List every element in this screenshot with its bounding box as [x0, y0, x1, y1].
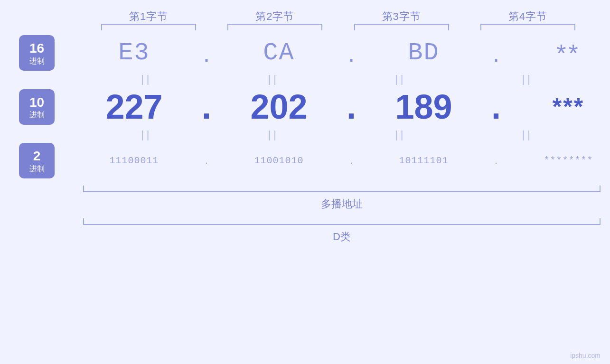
hex-badge: 16 进制: [19, 35, 55, 71]
hex-dot3: .: [489, 39, 503, 67]
dec-dot3: .: [489, 87, 503, 126]
bottom-bracket-1: [83, 186, 601, 192]
bin-b2-value: 11001010: [254, 155, 303, 166]
hex-values: E3 . CA . BD . **: [69, 39, 610, 67]
dec-b4-value: ***: [553, 93, 584, 121]
bin-b1-cell: 11100011: [69, 155, 199, 166]
bin-b4-value: ********: [544, 155, 593, 166]
hex-b2-cell: CA: [214, 39, 344, 67]
bin-b2-cell: 11001010: [214, 155, 344, 166]
dec-b2-cell: 202: [214, 87, 344, 126]
byte4-col-header: 第4字节: [465, 9, 591, 30]
byte2-label: 第2字节: [255, 10, 294, 22]
eq2-b2: ||: [210, 129, 338, 141]
hex-dot1: .: [199, 39, 214, 67]
eq2-b3: ||: [337, 129, 464, 141]
byte3-col-header: 第3字节: [338, 9, 465, 30]
dec-dot1: .: [199, 87, 214, 126]
bin-dot3: .: [489, 155, 503, 166]
dec-values: 227 . 202 . 189 . ***: [69, 87, 610, 126]
dec-badge-sub: 进制: [29, 110, 45, 119]
bin-values: 11100011 . 11001010 . 10111101 . *******…: [69, 155, 610, 166]
byte3-bracket-top: [354, 24, 449, 30]
dec-b3-value: 189: [395, 87, 452, 126]
eq1-b3: ||: [337, 73, 464, 85]
byte4-bracket-top: [480, 24, 575, 30]
eq1-b2: ||: [210, 73, 338, 85]
byte2-col-header: 第2字节: [212, 9, 338, 30]
bottom-bracket-area: 多播地址 D类: [83, 186, 591, 244]
dec-b2-value: 202: [250, 87, 307, 126]
byte1-bracket-top: [101, 24, 196, 30]
hex-row: 16 进制 E3 . CA . BD . **: [19, 35, 591, 71]
dec-b1-value: 227: [105, 87, 162, 126]
hex-b3-cell: BD: [358, 39, 489, 67]
bin-b4-cell: ********: [503, 155, 610, 166]
bin-dot2: .: [344, 155, 358, 166]
eq2-b1: ||: [83, 129, 210, 141]
bin-badge: 2 进制: [19, 143, 55, 178]
byte3-label: 第3字节: [382, 10, 421, 22]
bin-row: 2 进制 11100011 . 11001010 . 10111101 .: [19, 143, 591, 178]
byte2-bracket-top: [227, 24, 322, 30]
bin-badge-sub: 进制: [29, 164, 45, 173]
header-row: 第1字节 第2字节 第3字节 第4字节: [85, 9, 591, 30]
bin-b3-value: 10111101: [399, 155, 448, 166]
hex-b1-cell: E3: [69, 39, 199, 67]
bin-b3-cell: 10111101: [358, 155, 489, 166]
dec-b4-cell: ***: [503, 93, 610, 121]
byte1-col-header: 第1字节: [85, 9, 212, 30]
hex-dot2: .: [344, 39, 358, 67]
dec-badge-num: 10: [29, 94, 44, 111]
eq1-b4: ||: [464, 73, 591, 85]
dec-b3-cell: 189: [358, 87, 489, 126]
equals-row-2: || || || ||: [83, 126, 591, 143]
multicast-label: 多播地址: [83, 197, 601, 211]
bin-badge-num: 2: [33, 148, 41, 164]
watermark: ipshu.com: [570, 352, 601, 359]
hex-badge-num: 16: [29, 40, 44, 56]
hex-b2-value: CA: [263, 39, 294, 67]
hex-b4-cell: **: [503, 39, 610, 67]
class-d-label: D类: [83, 230, 601, 244]
eq1-b1: ||: [83, 73, 210, 85]
main-container: 第1字节 第2字节 第3字节 第4字节 16 进制 E3 .: [0, 0, 610, 364]
dec-dot2: .: [344, 87, 358, 126]
eq2-b4: ||: [464, 129, 591, 141]
dec-row: 10 进制 227 . 202 . 189 . ***: [19, 87, 591, 126]
hex-b3-value: BD: [408, 39, 439, 67]
equals-row-1: || || || ||: [83, 71, 591, 87]
dec-badge: 10 进制: [19, 89, 55, 125]
bottom-bracket-2: [83, 218, 601, 225]
dec-b1-cell: 227: [69, 87, 199, 126]
byte1-label: 第1字节: [129, 10, 168, 22]
bin-dot1: .: [199, 155, 214, 166]
byte4-label: 第4字节: [508, 10, 547, 22]
bin-b1-value: 11100011: [109, 155, 159, 166]
hex-b1-value: E3: [118, 39, 150, 67]
hex-badge-sub: 进制: [29, 56, 45, 65]
hex-b4-value: **: [556, 39, 580, 67]
